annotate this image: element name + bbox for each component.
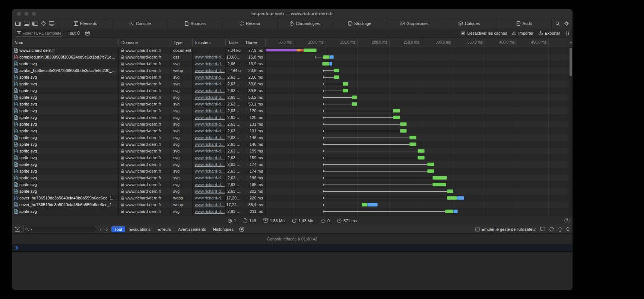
quick-console-picker-icon[interactable] [15,227,20,232]
request-initiator-link[interactable]: www.richard-d… [195,189,225,193]
undock-icon[interactable] [32,22,38,26]
network-request-row[interactable]: sprite.svg www.richard-dern.fr svg www.r… [12,141,572,148]
scroll-up-icon[interactable] [569,38,572,47]
collapse-expand-icon[interactable] [566,227,570,231]
console-prompt[interactable] [12,244,572,252]
network-request-row[interactable]: sprite.svg www.richard-dern.fr svg www.r… [12,168,572,174]
network-request-row[interactable]: sprite.svg www.richard-dern.fr svg www.r… [12,181,572,188]
column-header-type[interactable]: Type [171,38,193,47]
minimize-button[interactable] [24,12,29,16]
network-request-row[interactable]: cover_hu736519dc3b5040cfa48b6b559b6de6ec… [12,195,572,201]
request-initiator-link[interactable]: www.richard-d… [195,75,225,79]
resource-type-dropdown[interactable]: Tout [66,30,82,37]
network-request-row[interactable]: sprite.svg www.richard-dern.fr svg www.r… [12,161,572,168]
filter-options-icon[interactable] [85,31,90,36]
request-initiator-link[interactable]: www.richard-d… [195,196,225,200]
network-request-row[interactable]: sprite.svg www.richard-dern.fr svg www.r… [12,101,572,107]
previous-result-button[interactable]: ‹ [99,227,102,232]
request-initiator-link[interactable]: www.richard-d… [195,88,225,93]
settings-gear-icon[interactable] [564,21,569,26]
device-preview-icon[interactable] [49,21,54,26]
column-header-duree[interactable]: Durée [243,38,266,47]
request-initiator-link[interactable]: www.richard-d… [195,115,225,120]
network-request-row[interactable]: sprite.svg www.richard-dern.fr svg www.r… [12,94,572,101]
next-result-button[interactable]: › [105,227,109,232]
request-initiator-link[interactable]: www.richard-d… [195,68,225,73]
url-filter-input[interactable] [22,31,61,35]
scrollbar-thumb[interactable] [570,48,572,76]
emulate-gesture-toggle[interactable]: Émuler le geste de l'utilisateur [475,227,536,232]
request-initiator-link[interactable]: www.richard-d… [195,122,225,126]
network-request-row[interactable]: sprite.svg www.richard-dern.fr svg www.r… [12,121,572,128]
network-request-row[interactable]: sprite.svg www.richard-dern.fr svg www.r… [12,60,572,67]
console-search-input[interactable] [34,227,94,232]
search-icon[interactable] [555,21,560,26]
tab-timelines[interactable]: Chronologies [277,19,332,28]
console-filter-options-icon[interactable] [239,227,244,232]
element-picker-icon[interactable] [41,21,46,26]
network-request-row[interactable]: sprite.svg www.richard-dern.fr svg www.r… [12,87,572,94]
network-request-row[interactable]: sprite.svg www.richard-dern.fr svg www.r… [12,114,572,121]
disable-caches-toggle[interactable]: Désactiver les caches [461,31,507,35]
network-request-row[interactable]: sprite.svg www.richard-dern.fr svg www.r… [12,134,572,141]
scope-avertissements[interactable]: Avertissements [175,226,209,232]
request-initiator-link[interactable]: — [195,48,199,53]
tab-audit[interactable]: Audit [497,19,551,28]
network-request-row[interactable]: sprite.svg www.richard-dern.fr svg www.r… [12,188,572,195]
request-initiator-link[interactable]: www.richard-d… [195,182,225,187]
request-initiator-link[interactable]: www.richard-d… [195,149,225,153]
column-header-nom[interactable]: Nom [12,38,119,47]
clear-console-trash-icon[interactable] [558,227,562,232]
request-initiator-link[interactable]: www.richard-d… [195,176,225,180]
request-initiator-link[interactable]: www.richard-d… [195,102,225,106]
network-request-row[interactable]: sprite.svg www.richard-dern.fr svg www.r… [12,107,572,114]
request-initiator-link[interactable]: www.richard-d… [195,202,225,207]
scope-evaluations[interactable]: Évaluations [126,226,153,232]
request-initiator-link[interactable]: www.richard-d… [195,135,225,140]
network-request-row[interactable]: sprite.svg www.richard-dern.fr svg www.r… [12,81,572,87]
disable-caches-checkbox[interactable] [461,31,465,35]
network-request-row[interactable]: avatar_hu85ecc3e298728880b0bde2dcc4e5c23… [12,67,572,74]
request-initiator-link[interactable]: www.richard-d… [195,62,225,66]
network-request-row[interactable]: cover_hu736519dc3b5040cfa48b6b559b6de6ec… [12,201,572,208]
tab-sources[interactable]: Sources [167,19,222,28]
network-request-row[interactable]: sprite.svg www.richard-dern.fr svg www.r… [12,74,572,81]
network-request-row[interactable]: sprite.svg www.richard-dern.fr svg www.r… [12,174,572,181]
network-request-row[interactable]: sprite.svg www.richard-dern.fr svg www.r… [12,154,572,161]
dock-bottom-icon[interactable] [24,22,29,26]
request-initiator-link[interactable]: www.richard-d… [195,142,225,147]
console-search-field[interactable] [23,226,96,232]
request-initiator-link[interactable]: www.richard-d… [195,169,225,173]
request-initiator-link[interactable]: www.richard-d… [195,95,225,100]
tab-storage[interactable]: Stockage [332,19,387,28]
emulate-gesture-checkbox[interactable] [475,227,480,232]
network-request-row[interactable]: sprite.svg www.richard-dern.fr svg www.r… [12,128,572,134]
network-request-row[interactable]: sprite.svg www.richard-dern.fr svg www.r… [12,148,572,154]
network-request-row[interactable]: www.richard-dern.fr www.richard-dern.fr … [12,47,572,54]
zoom-button[interactable] [32,12,36,16]
request-initiator-link[interactable]: www.richard-d… [195,55,225,59]
clear-network-trash-icon[interactable] [565,31,570,35]
request-initiator-link[interactable]: www.richard-d… [195,162,225,167]
tab-network[interactable]: Réseau [222,19,277,28]
request-initiator-link[interactable]: www.richard-d… [195,129,225,133]
url-filter-field[interactable] [15,30,63,37]
column-header-domaine[interactable]: Domaine [119,38,171,47]
scope-tout[interactable]: Tout [111,226,125,232]
column-header-initiateur[interactable]: Initiateur [193,38,226,47]
dock-side-icon[interactable] [15,22,21,26]
scope-historiques[interactable]: Historiques [210,226,237,232]
request-initiator-link[interactable]: www.richard-d… [195,108,225,113]
console-panel-icon[interactable] [540,227,545,232]
request-initiator-link[interactable]: www.richard-d… [195,209,225,214]
vertical-scrollbar[interactable] [569,47,572,216]
refresh-icon[interactable] [549,227,554,232]
close-button[interactable] [17,12,21,16]
help-button[interactable]: ? [564,218,570,223]
scope-erreurs[interactable]: Erreurs [155,226,174,232]
request-initiator-link[interactable]: www.richard-d… [195,155,225,160]
import-button[interactable]: Importer [512,31,533,35]
request-initiator-link[interactable]: www.richard-d… [195,82,225,86]
export-button[interactable]: Exporter [539,31,560,35]
tab-layers[interactable]: Calques [442,19,497,28]
